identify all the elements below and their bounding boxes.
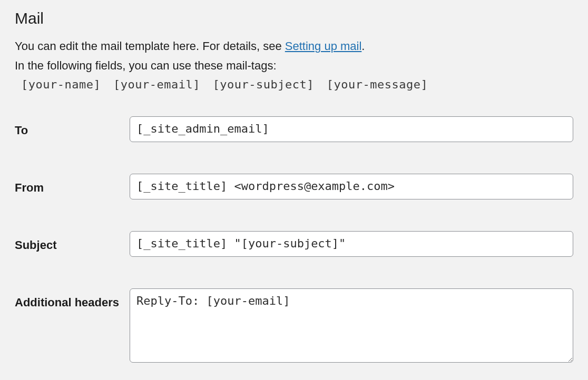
- mail-tags-list: [your-name] [your-email] [your-subject] …: [21, 78, 573, 91]
- label-additional-headers: Additional headers: [15, 288, 130, 312]
- intro-sub-text: In the following fields, you can use the…: [15, 56, 573, 75]
- setting-up-mail-link[interactable]: Setting up mail: [285, 39, 362, 53]
- textarea-additional-headers[interactable]: [130, 288, 573, 363]
- label-to: To: [15, 116, 130, 140]
- mail-form: To From Subject Additional headers: [15, 116, 573, 365]
- label-subject: Subject: [15, 231, 130, 255]
- input-to[interactable]: [130, 116, 573, 142]
- row-from: From: [15, 174, 573, 199]
- row-to: To: [15, 116, 573, 142]
- row-subject: Subject: [15, 231, 573, 257]
- label-from: From: [15, 174, 130, 197]
- input-subject[interactable]: [130, 231, 573, 257]
- section-heading: Mail: [15, 9, 573, 27]
- intro-text: You can edit the mail template here. For…: [15, 37, 573, 55]
- intro-suffix: .: [361, 39, 365, 53]
- intro-prefix: You can edit the mail template here. For…: [15, 39, 285, 53]
- input-from[interactable]: [130, 174, 573, 199]
- row-additional-headers: Additional headers: [15, 288, 573, 365]
